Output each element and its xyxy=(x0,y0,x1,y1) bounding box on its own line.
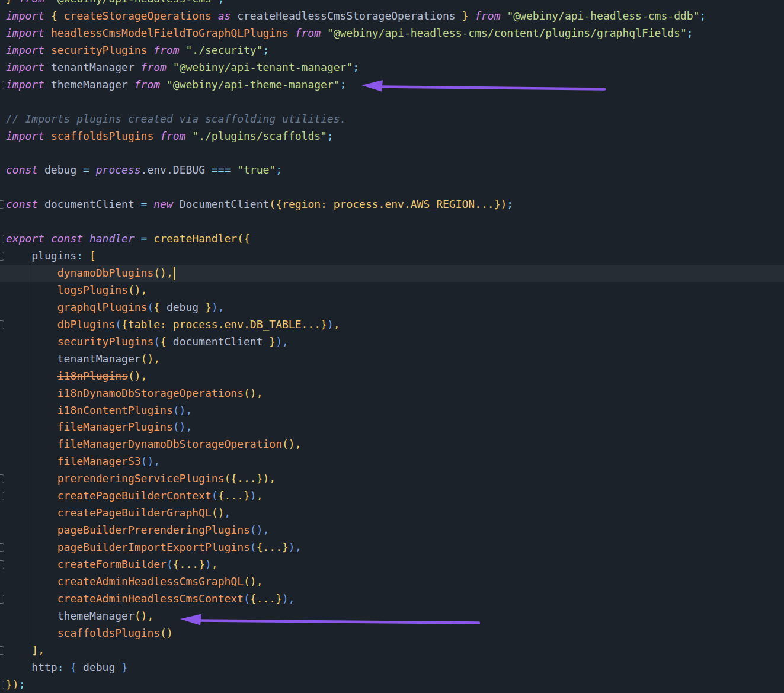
code-line[interactable]: createAdminHeadlessCmsGraphQL(), xyxy=(0,573,784,591)
code-token: (), xyxy=(135,609,154,622)
code-token xyxy=(6,524,57,536)
fold-marker-icon[interactable] xyxy=(0,595,4,604)
code-line[interactable]: securityPlugins({ documentClient }), xyxy=(0,333,784,351)
code-token xyxy=(6,627,57,639)
code-token: themeManager xyxy=(51,78,128,91)
code-token: , xyxy=(334,318,340,331)
code-token: createFormBuilder xyxy=(57,558,167,570)
fold-marker-icon[interactable] xyxy=(0,681,4,689)
code-token xyxy=(173,198,180,210)
fold-marker-icon[interactable] xyxy=(0,492,4,500)
code-token xyxy=(231,9,237,22)
code-line[interactable]: i18nContentPlugins(), xyxy=(0,402,784,419)
code-line[interactable]: createAdminHeadlessCmsContext({...}), xyxy=(0,591,784,608)
code-line[interactable]: dynamoDbPlugins(), xyxy=(0,265,784,282)
code-token: (), xyxy=(173,404,193,416)
code-line[interactable]: createFormBuilder({...}), xyxy=(0,556,784,573)
code-token: fileManagerS3 xyxy=(57,455,141,467)
code-line[interactable]: ], xyxy=(0,642,784,659)
code-token: createAdminHeadlessCmsGraphQL xyxy=(57,575,244,588)
code-token: themeManager xyxy=(57,609,135,622)
code-editor[interactable]: } from "@webiny/api-headless-cms";import… xyxy=(0,0,784,693)
code-line[interactable]: import headlessCmsModelFieldToGraphQLPlu… xyxy=(0,25,784,42)
code-token xyxy=(135,198,141,210)
code-line[interactable]: createPageBuilderGraphQL(), xyxy=(0,505,784,522)
code-line[interactable]: i18nPlugins(), xyxy=(0,368,784,385)
code-token xyxy=(289,27,295,39)
code-line[interactable]: prerenderingServicePlugins({...}), xyxy=(0,470,784,487)
code-token: { xyxy=(51,9,64,22)
fold-marker-icon[interactable] xyxy=(0,474,4,483)
code-line[interactable]: }); xyxy=(0,676,784,693)
code-line[interactable]: createPageBuilderContext({...}), xyxy=(0,487,784,505)
code-line[interactable]: fileManagerDynamoDbStorageOperation(), xyxy=(0,436,784,453)
code-token: }) xyxy=(6,678,19,691)
fold-marker-icon[interactable] xyxy=(0,543,4,552)
code-line[interactable]: graphqlPlugins({ debug }), xyxy=(0,299,784,316)
code-line[interactable] xyxy=(0,213,784,230)
fold-marker-icon[interactable] xyxy=(0,252,4,261)
code-token xyxy=(147,232,153,245)
code-line[interactable]: import themeManager from "@webiny/api-th… xyxy=(0,76,784,94)
fold-marker-icon[interactable] xyxy=(0,560,4,569)
code-token: } xyxy=(456,9,475,22)
code-line[interactable]: fileManagerS3(), xyxy=(0,453,784,470)
code-token: documentClient xyxy=(44,198,135,210)
code-line[interactable]: const documentClient = new DocumentClien… xyxy=(0,196,784,213)
code-line[interactable]: import { createStorageOperations as crea… xyxy=(0,8,784,25)
fold-marker-icon[interactable] xyxy=(0,320,4,329)
code-token: // Imports plugins created via scaffoldi… xyxy=(6,113,346,125)
code-token: tenantManager xyxy=(57,352,141,365)
code-token: ; xyxy=(327,130,334,142)
fold-marker-icon[interactable] xyxy=(0,81,4,89)
code-token xyxy=(6,421,57,433)
code-line[interactable]: import scaffoldsPlugins from "./plugins/… xyxy=(0,128,784,145)
code-token xyxy=(44,78,51,91)
code-token: ) xyxy=(250,489,257,502)
code-line[interactable]: pageBuilderPrerenderingPlugins(), xyxy=(0,522,784,539)
fold-marker-icon[interactable] xyxy=(0,646,4,655)
code-line[interactable]: themeManager(), xyxy=(0,608,784,625)
code-token: const xyxy=(6,198,38,210)
code-token: () xyxy=(212,506,225,519)
fold-marker-icon[interactable] xyxy=(0,200,4,209)
code-token xyxy=(6,284,57,296)
code-line[interactable]: pageBuilderImportExportPlugins({...}), xyxy=(0,539,784,556)
code-line[interactable]: } from "@webiny/api-headless-cms"; xyxy=(0,0,784,8)
code-line[interactable]: dbPlugins({table: process.env.DB_TABLE..… xyxy=(0,316,784,333)
code-token: } xyxy=(269,335,276,348)
code-line[interactable]: scaffoldsPlugins() xyxy=(0,625,784,642)
code-token: = xyxy=(141,232,148,245)
code-token: plugins xyxy=(6,249,76,262)
code-line[interactable]: import tenantManager from "@webiny/api-t… xyxy=(0,59,784,76)
code-token xyxy=(147,44,153,56)
code-token xyxy=(38,163,44,176)
code-token xyxy=(147,198,153,210)
code-token: graphqlPlugins xyxy=(57,301,148,313)
code-token xyxy=(6,592,57,605)
code-line[interactable]: tenantManager(), xyxy=(0,351,784,368)
code-line[interactable] xyxy=(0,94,784,111)
code-line[interactable] xyxy=(0,145,784,162)
code-line[interactable]: const debug = process.env.DEBUG === "tru… xyxy=(0,162,784,179)
code-token: i18nDynamoDbStorageOperations xyxy=(57,387,244,399)
code-line[interactable]: export const handler = createHandler({ xyxy=(0,230,784,248)
code-token xyxy=(205,163,212,176)
code-token: securityPlugins xyxy=(57,335,154,348)
code-token: } xyxy=(321,318,327,331)
code-line[interactable]: // Imports plugins created via scaffoldi… xyxy=(0,111,784,128)
code-line[interactable]: plugins: [ xyxy=(0,248,784,265)
code-line[interactable]: logsPlugins(), xyxy=(0,282,784,299)
code-line[interactable]: i18nDynamoDbStorageOperations(), xyxy=(0,385,784,402)
code-token xyxy=(6,301,57,313)
code-token: { xyxy=(70,661,76,673)
code-line[interactable]: fileManagerPlugins(), xyxy=(0,419,784,436)
code-token: ({...}), xyxy=(224,472,276,485)
fold-marker-icon[interactable] xyxy=(0,235,4,243)
code-line[interactable] xyxy=(0,179,784,196)
code-token: createHeadlessCmsStorageOperations xyxy=(237,9,455,22)
code-token: {...} xyxy=(250,592,282,605)
code-line[interactable]: http: { debug } xyxy=(0,659,784,676)
code-line[interactable]: import securityPlugins from "./security"… xyxy=(0,42,784,59)
code-token: ; xyxy=(218,0,225,5)
